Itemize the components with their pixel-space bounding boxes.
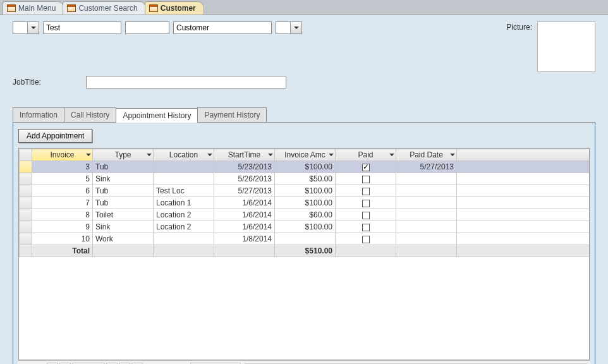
table-row[interactable]: 9SinkLocation 21/6/2014$100.00 (20, 221, 590, 233)
cell-type[interactable]: Work (93, 233, 154, 245)
cell-type[interactable]: Sink (93, 221, 154, 233)
prefix-input[interactable] (13, 22, 27, 33)
suffix-input[interactable] (276, 22, 290, 33)
window-tab[interactable]: Customer (145, 1, 204, 15)
cell-location[interactable] (154, 233, 214, 245)
cell-invoice-amt[interactable]: $50.00 (275, 173, 336, 185)
cell-starttime[interactable]: 5/27/2013 (214, 185, 275, 197)
last-name-input[interactable] (173, 21, 272, 34)
cell-paid[interactable] (336, 221, 396, 233)
cell-paid[interactable] (336, 173, 396, 185)
column-header[interactable]: Location (154, 149, 214, 161)
cell-invoice-amt[interactable]: $100.00 (275, 161, 336, 173)
column-header[interactable]: Paid (336, 149, 396, 161)
first-name-input[interactable] (43, 21, 121, 34)
cell-paid-date[interactable] (396, 221, 457, 233)
column-header[interactable]: StartTime (214, 149, 275, 161)
checkbox-icon[interactable] (362, 164, 370, 171)
table-row[interactable]: 7TubLocation 11/6/2014$100.00 (20, 197, 590, 209)
cell-type[interactable]: Toilet (93, 209, 154, 221)
cell-starttime[interactable]: 1/8/2014 (214, 233, 275, 245)
cell-invoice-amt[interactable]: $100.00 (275, 197, 336, 209)
row-selector[interactable] (20, 209, 32, 221)
picture-placeholder[interactable] (537, 21, 595, 72)
prefix-combo[interactable] (13, 21, 39, 34)
cell-starttime[interactable]: 5/26/2013 (214, 173, 275, 185)
cell-paid[interactable] (336, 161, 396, 173)
cell-location[interactable]: Location 2 (154, 221, 214, 233)
column-header[interactable]: Invoice (32, 149, 93, 161)
sub-tab[interactable]: Payment History (197, 107, 267, 122)
cell-type[interactable]: Tub (93, 185, 154, 197)
row-selector[interactable] (20, 221, 32, 233)
checkbox-icon[interactable] (362, 212, 370, 219)
cell-invoice[interactable]: 8 (32, 209, 93, 221)
table-row[interactable]: 8ToiletLocation 21/6/2014$60.00 (20, 209, 590, 221)
table-row[interactable]: 5Sink5/26/2013$50.00 (20, 173, 590, 185)
sub-tab[interactable]: Appointment History (116, 108, 198, 123)
cell-location[interactable]: Test Loc (154, 185, 214, 197)
cell-invoice-amt[interactable]: $100.00 (275, 221, 336, 233)
table-row[interactable]: 10Work1/8/2014 (20, 233, 590, 245)
cell-invoice[interactable]: 10 (32, 233, 93, 245)
cell-location[interactable]: Location 1 (154, 197, 214, 209)
cell-invoice[interactable]: 6 (32, 185, 93, 197)
row-selector[interactable] (20, 233, 32, 245)
suffix-combo[interactable] (276, 21, 302, 34)
checkbox-icon[interactable] (362, 200, 370, 207)
cell-type[interactable]: Sink (93, 173, 154, 185)
cell-invoice-amt[interactable] (275, 233, 336, 245)
checkbox-icon[interactable] (362, 224, 370, 231)
cell-paid[interactable] (336, 197, 396, 209)
column-header[interactable]: Paid Date (396, 149, 457, 161)
cell-location[interactable] (154, 173, 214, 185)
cell-location[interactable]: Location 2 (154, 209, 214, 221)
cell-paid[interactable] (336, 209, 396, 221)
cell-starttime[interactable]: 1/6/2014 (214, 197, 275, 209)
checkbox-icon[interactable] (362, 188, 370, 195)
chevron-down-icon[interactable] (290, 22, 301, 33)
row-selector[interactable] (20, 185, 32, 197)
window-tab[interactable]: Customer Search (63, 1, 145, 15)
cell-location[interactable] (154, 161, 214, 173)
cell-paid-date[interactable] (396, 197, 457, 209)
checkbox-icon[interactable] (362, 176, 370, 183)
cell-type[interactable]: Tub (93, 197, 154, 209)
cell-paid-date[interactable] (396, 209, 457, 221)
appointments-grid[interactable]: InvoiceTypeLocationStartTimeInvoice AmcP… (18, 148, 590, 360)
row-selector[interactable] (20, 197, 32, 209)
cell-starttime[interactable]: 5/23/2013 (214, 161, 275, 173)
cell-invoice-amt[interactable]: $60.00 (275, 209, 336, 221)
column-header-blank (457, 149, 590, 161)
cell-paid-date[interactable] (396, 233, 457, 245)
sub-tab[interactable]: Call History (64, 107, 116, 122)
cell-paid-date[interactable] (396, 185, 457, 197)
chevron-down-icon[interactable] (27, 22, 39, 33)
column-header[interactable]: Invoice Amc (275, 149, 336, 161)
select-all-corner[interactable] (20, 149, 32, 161)
column-header[interactable]: Type (93, 149, 154, 161)
cell-invoice[interactable]: 5 (32, 173, 93, 185)
cell-starttime[interactable]: 1/6/2014 (214, 209, 275, 221)
cell-invoice[interactable]: 7 (32, 197, 93, 209)
cell-paid-date[interactable]: 5/27/2013 (396, 161, 457, 173)
cell-type[interactable]: Tub (93, 161, 154, 173)
cell-invoice[interactable]: 3 (32, 161, 93, 173)
total-row: Total$510.00 (20, 245, 590, 257)
checkbox-icon[interactable] (362, 236, 370, 243)
cell-invoice[interactable]: 9 (32, 221, 93, 233)
add-appointment-button[interactable]: Add Appointment (18, 129, 92, 143)
middle-name-input[interactable] (125, 21, 169, 34)
row-selector[interactable] (20, 173, 32, 185)
cell-paid-date[interactable] (396, 173, 457, 185)
cell-paid[interactable] (336, 185, 396, 197)
window-tab[interactable]: Main Menu (3, 1, 64, 15)
row-selector[interactable] (20, 161, 32, 173)
table-row[interactable]: 3Tub5/23/2013$100.005/27/2013 (20, 161, 590, 173)
table-row[interactable]: 6TubTest Loc5/27/2013$100.00 (20, 185, 590, 197)
cell-invoice-amt[interactable]: $100.00 (275, 185, 336, 197)
jobtitle-input[interactable] (86, 76, 286, 88)
sub-tab[interactable]: Information (13, 107, 64, 122)
cell-starttime[interactable]: 1/6/2014 (214, 221, 275, 233)
cell-paid[interactable] (336, 233, 396, 245)
